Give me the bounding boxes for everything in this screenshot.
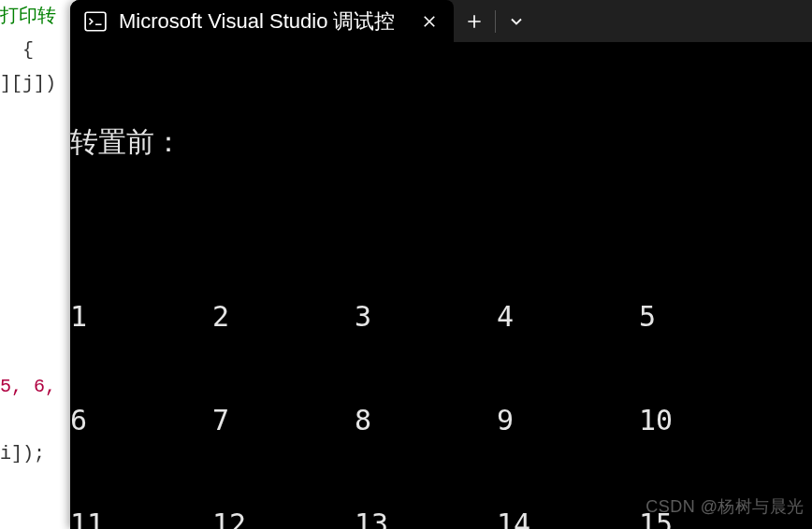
terminal-window: Microsoft Visual Studio 调试控 转置前： [70,0,812,529]
grid-before: 12345 678910 1112131415 1617181920 21222… [70,230,812,529]
watermark: CSDN @杨树与晨光 [645,495,805,518]
tab-title: Microsoft Visual Studio 调试控 [119,7,407,36]
tab-dropdown-button[interactable] [496,1,537,42]
titlebar: Microsoft Visual Studio 调试控 [70,0,812,43]
svg-rect-0 [85,12,106,31]
terminal-icon [83,9,108,34]
editor-code-behind: 打印转 { ][j]) 5, 6, i]); [0,0,70,529]
close-tab-button[interactable] [418,10,441,33]
before-heading: 转置前： [70,123,812,161]
active-tab[interactable]: Microsoft Visual Studio 调试控 [70,0,454,43]
terminal-output[interactable]: 转置前： 12345 678910 1112131415 1617181920 … [70,43,812,529]
titlebar-controls [454,0,812,43]
new-tab-button[interactable] [454,1,495,42]
